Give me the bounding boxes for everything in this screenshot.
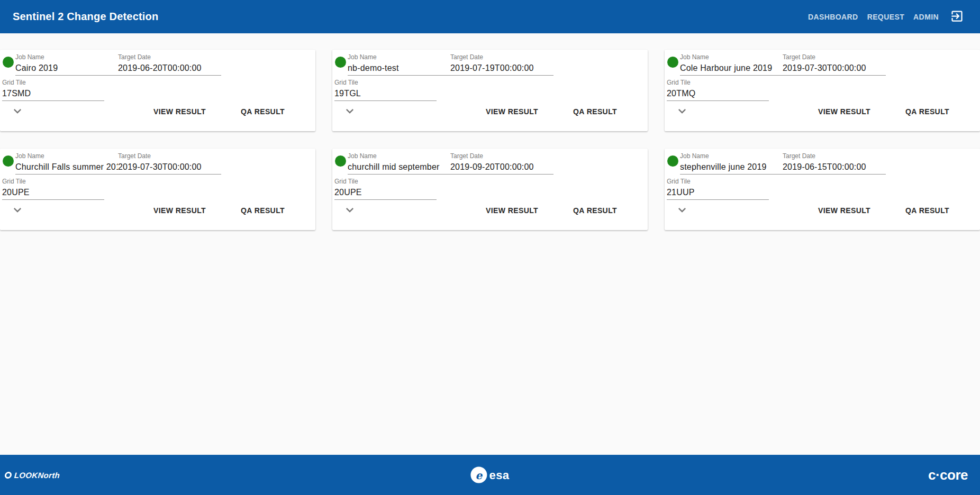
card-actions-row: VIEW RESULT QA RESULT bbox=[332, 201, 648, 220]
status-dot bbox=[667, 155, 678, 167]
view-result-button[interactable]: VIEW RESULT bbox=[149, 103, 210, 120]
grid-tile-label: Grid Tile bbox=[2, 79, 104, 87]
job-name-field: Job Name churchill mid september bbox=[348, 149, 450, 175]
grid-tile-field: Grid Tile 17SMD bbox=[2, 77, 104, 101]
job-name-value: Churchill Falls summer 2019 bbox=[15, 160, 118, 174]
target-date-field: Target Date 2019-06-20T00:00:00 bbox=[118, 50, 221, 76]
job-name-value: stephenville june 2019 bbox=[680, 160, 783, 174]
expand-button[interactable] bbox=[10, 203, 25, 218]
card-actions-row: VIEW RESULT QA RESULT bbox=[332, 102, 648, 121]
cards-grid: Job Name Cairo 2019 Target Date 2019-06-… bbox=[0, 50, 980, 230]
view-result-button[interactable]: VIEW RESULT bbox=[149, 202, 210, 219]
esa-logo: e esa bbox=[470, 467, 509, 483]
target-date-label: Target Date bbox=[783, 152, 886, 160]
target-date-field: Target Date 2019-07-30T00:00:00 bbox=[783, 50, 886, 76]
target-date-label: Target Date bbox=[450, 152, 553, 160]
nav-link-dashboard[interactable]: DASHBOARD bbox=[808, 13, 858, 21]
compass-ring-icon bbox=[4, 472, 12, 479]
card-actions-row: VIEW RESULT QA RESULT bbox=[0, 102, 315, 121]
card-fields-row: Job Name Cole Harbour june 2019 Target D… bbox=[665, 50, 980, 76]
job-name-label: Job Name bbox=[680, 53, 783, 61]
expand-button[interactable] bbox=[342, 203, 357, 218]
job-name-label: Job Name bbox=[15, 53, 118, 61]
job-name-value: Cairo 2019 bbox=[15, 61, 118, 75]
looknorth-logo: LOOKNorth bbox=[5, 471, 60, 480]
card-fields-row: Job Name Cairo 2019 Target Date 2019-06-… bbox=[0, 50, 315, 76]
qa-result-button[interactable]: QA RESULT bbox=[901, 202, 954, 219]
card-actions-row: VIEW RESULT QA RESULT bbox=[665, 201, 980, 220]
chevron-down-icon bbox=[10, 203, 25, 219]
card-fields-row: Job Name churchill mid september Target … bbox=[332, 149, 648, 175]
app-header: Sentinel 2 Change Detection DASHBOARD RE… bbox=[0, 0, 980, 33]
app-footer: LOOKNorth e esa c·core bbox=[0, 455, 980, 495]
job-name-field: Job Name nb-demo-test bbox=[348, 50, 450, 76]
grid-tile-value: 21UUP bbox=[667, 186, 769, 199]
job-name-field: Job Name Cole Harbour june 2019 bbox=[680, 50, 783, 76]
chevron-down-icon bbox=[675, 203, 689, 219]
status-dot bbox=[335, 155, 346, 167]
qa-result-button[interactable]: QA RESULT bbox=[901, 103, 954, 120]
top-nav: DASHBOARD REQUEST ADMIN bbox=[799, 10, 964, 24]
qa-result-button[interactable]: QA RESULT bbox=[237, 103, 289, 120]
status-dot bbox=[3, 155, 14, 167]
view-result-button[interactable]: VIEW RESULT bbox=[814, 202, 875, 219]
grid-tile-value: 20UPE bbox=[334, 186, 437, 199]
view-result-button[interactable]: VIEW RESULT bbox=[814, 103, 875, 120]
card-actions-row: VIEW RESULT QA RESULT bbox=[0, 201, 315, 220]
target-date-value: 2019-07-19T00:00:00 bbox=[450, 61, 553, 75]
target-date-value: 2019-06-20T00:00:00 bbox=[118, 61, 221, 75]
job-name-field: Job Name Churchill Falls summer 2019 bbox=[15, 149, 118, 175]
job-card: Job Name Cairo 2019 Target Date 2019-06-… bbox=[0, 50, 315, 131]
status-dot bbox=[667, 57, 678, 68]
target-date-label: Target Date bbox=[118, 53, 221, 61]
job-card: Job Name stephenville june 2019 Target D… bbox=[665, 149, 980, 230]
expand-button[interactable] bbox=[675, 104, 689, 119]
target-date-field: Target Date 2019-07-19T00:00:00 bbox=[450, 50, 553, 76]
chevron-down-icon bbox=[675, 104, 689, 120]
grid-tile-value: 17SMD bbox=[2, 87, 104, 100]
qa-result-button[interactable]: QA RESULT bbox=[569, 103, 621, 120]
exit-to-app-icon bbox=[950, 9, 964, 25]
page-title: Sentinel 2 Change Detection bbox=[13, 11, 158, 23]
esa-text: esa bbox=[489, 468, 509, 482]
view-result-button[interactable]: VIEW RESULT bbox=[482, 202, 542, 219]
card-fields-row: Job Name nb-demo-test Target Date 2019-0… bbox=[332, 50, 648, 76]
job-name-value: nb-demo-test bbox=[348, 61, 450, 75]
chevron-down-icon bbox=[10, 104, 25, 120]
view-result-button[interactable]: VIEW RESULT bbox=[482, 103, 542, 120]
grid-tile-field: Grid Tile 21UUP bbox=[667, 176, 769, 200]
job-name-field: Job Name Cairo 2019 bbox=[15, 50, 118, 76]
target-date-field: Target Date 2019-09-20T00:00:00 bbox=[450, 149, 553, 175]
card-actions-row: VIEW RESULT QA RESULT bbox=[665, 102, 980, 121]
expand-button[interactable] bbox=[342, 104, 357, 119]
expand-button[interactable] bbox=[675, 203, 689, 218]
grid-tile-field: Grid Tile 20UPE bbox=[334, 176, 437, 200]
grid-tile-label: Grid Tile bbox=[334, 79, 437, 87]
grid-tile-label: Grid Tile bbox=[2, 178, 104, 186]
grid-tile-label: Grid Tile bbox=[334, 178, 437, 186]
job-name-value: churchill mid september bbox=[348, 160, 450, 174]
logout-button[interactable] bbox=[950, 10, 964, 24]
grid-tile-field: Grid Tile 19TGL bbox=[334, 77, 437, 101]
target-date-label: Target Date bbox=[450, 53, 553, 61]
nav-link-admin[interactable]: ADMIN bbox=[913, 13, 939, 21]
target-date-field: Target Date 2019-06-15T00:00:00 bbox=[783, 149, 886, 175]
nav-link-request[interactable]: REQUEST bbox=[867, 13, 904, 21]
grid-tile-label: Grid Tile bbox=[667, 178, 769, 186]
target-date-value: 2019-07-30T00:00:00 bbox=[118, 160, 221, 174]
ccore-logo: c·core bbox=[928, 467, 968, 483]
target-date-value: 2019-09-20T00:00:00 bbox=[450, 160, 553, 174]
grid-tile-field: Grid Tile 20UPE bbox=[2, 176, 104, 200]
main-content: Job Name Cairo 2019 Target Date 2019-06-… bbox=[0, 33, 980, 455]
target-date-value: 2019-07-30T00:00:00 bbox=[783, 61, 886, 75]
job-name-value: Cole Harbour june 2019 bbox=[680, 61, 783, 75]
qa-result-button[interactable]: QA RESULT bbox=[237, 202, 289, 219]
qa-result-button[interactable]: QA RESULT bbox=[569, 202, 621, 219]
target-date-label: Target Date bbox=[118, 152, 221, 160]
job-card: Job Name churchill mid september Target … bbox=[332, 149, 648, 230]
target-date-field: Target Date 2019-07-30T00:00:00 bbox=[118, 149, 221, 175]
job-card: Job Name Churchill Falls summer 2019 Tar… bbox=[0, 149, 315, 230]
expand-button[interactable] bbox=[10, 104, 25, 119]
job-name-label: Job Name bbox=[680, 152, 783, 160]
looknorth-text: LOOKNorth bbox=[14, 471, 60, 480]
